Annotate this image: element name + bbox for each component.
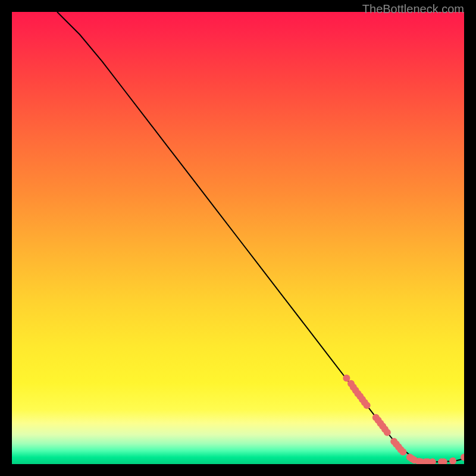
chart-marker [399,449,406,456]
chart-plot-area [12,12,464,464]
chart-marker [384,429,391,436]
chart-curve [57,12,464,462]
chart-marker [449,458,456,464]
chart-svg-overlay [12,12,464,464]
chart-marker [364,402,371,409]
watermark-text: TheBottleneck.com [362,2,464,16]
chart-markers-group [343,375,464,464]
